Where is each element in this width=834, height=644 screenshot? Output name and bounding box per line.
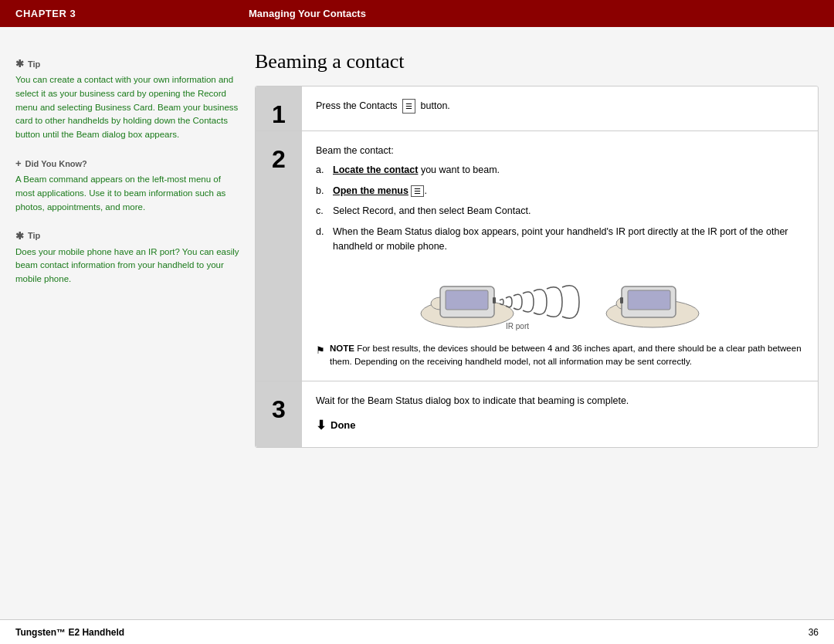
item-d-text: When the Beam Status dialog box appears,… xyxy=(333,225,804,254)
page-footer: Tungsten™ E2 Handheld 36 xyxy=(0,619,834,644)
item-d-label: d. xyxy=(316,225,327,254)
step-1-text: Press the Contacts ☰ button. xyxy=(316,99,804,114)
step-1-number: 1 xyxy=(256,86,302,130)
done-section: ⬇ Done xyxy=(316,416,804,435)
step-3-text: Wait for the Beam Status dialog box to i… xyxy=(316,394,804,408)
asterisk-icon-1: ✱ xyxy=(15,58,24,69)
chapter-label: CHAPTER 3 xyxy=(0,8,249,19)
tip-2-label: ✱ Tip xyxy=(15,230,239,242)
ir-label: IR port xyxy=(506,322,529,330)
svg-rect-7 xyxy=(493,297,496,303)
svg-rect-14 xyxy=(628,290,670,310)
ir-beam-svg: IR port xyxy=(398,263,722,333)
ir-illustration: IR port xyxy=(316,263,804,333)
step-3-number: 3 xyxy=(256,381,302,447)
chapter-title: Managing Your Contacts xyxy=(249,8,834,19)
did-you-know-text: A Beam command appears on the left-most … xyxy=(15,173,239,214)
asterisk-icon-2: ✱ xyxy=(15,230,24,242)
done-arrow-icon: ⬇ xyxy=(316,416,326,435)
footer-brand: Tungsten™ E2 Handheld xyxy=(15,627,124,638)
sidebar-tip-2: ✱ Tip Does your mobile phone have an IR … xyxy=(15,230,239,286)
svg-rect-6 xyxy=(446,290,488,310)
item-a-text: Locate the contact you want to beam. xyxy=(333,163,500,178)
done-label: Done xyxy=(331,418,356,433)
sidebar: ✱ Tip You can create a contact with your… xyxy=(15,42,239,604)
step-2-number: 2 xyxy=(256,131,302,381)
step-2-item-c: c. Select Record, and then select Beam C… xyxy=(316,204,804,219)
step-2-list: a. Locate the contact you want to beam. … xyxy=(316,163,804,254)
did-you-know-label: + Did You Know? xyxy=(15,158,239,169)
svg-rect-15 xyxy=(620,297,623,303)
step-2-intro: Beam the contact: xyxy=(316,144,804,158)
step-2-item-b: b. Open the menus ☰. xyxy=(316,184,804,198)
step-1-content: Press the Contacts ☰ button. xyxy=(302,86,818,130)
item-b-label: b. xyxy=(316,184,327,198)
contacts-icon: ☰ xyxy=(402,99,415,114)
tip-2-text: Does your mobile phone have an IR port? … xyxy=(15,246,239,286)
right-device-group xyxy=(606,286,699,327)
item-c-text: Select Record, and then select Beam Cont… xyxy=(333,204,531,219)
note-icon: ⚑ xyxy=(316,343,325,369)
sidebar-tip-1: ✱ Tip You can create a contact with your… xyxy=(15,58,239,142)
page-header: CHAPTER 3 Managing Your Contacts xyxy=(0,0,834,27)
footer-page: 36 xyxy=(809,627,819,638)
step-2-item-d: d. When the Beam Status dialog box appea… xyxy=(316,225,804,254)
note-box: ⚑ NOTE For best results, the devices sho… xyxy=(316,342,804,369)
step-1: 1 Press the Contacts ☰ button. xyxy=(256,86,818,131)
item-c-label: c. xyxy=(316,204,327,219)
tip-1-label: ✱ Tip xyxy=(15,58,239,69)
steps-container: 1 Press the Contacts ☰ button. 2 Beam th… xyxy=(255,86,819,448)
step-2-item-a: a. Locate the contact you want to beam. xyxy=(316,163,804,178)
page-title: Beaming a contact xyxy=(255,50,819,73)
main-layout: ✱ Tip You can create a contact with your… xyxy=(0,27,834,619)
left-device-group xyxy=(421,286,514,327)
step-3-content: Wait for the Beam Status dialog box to i… xyxy=(302,381,818,447)
item-b-text: Open the menus ☰. xyxy=(333,184,427,198)
tip-1-text: You can create a contact with your own i… xyxy=(15,73,239,142)
step-2: 2 Beam the contact: a. Locate the contac… xyxy=(256,131,818,381)
step-3: 3 Wait for the Beam Status dialog box to… xyxy=(256,381,818,447)
content-area: Beaming a contact 1 Press the Contacts ☰… xyxy=(255,42,819,604)
plus-icon: + xyxy=(15,158,22,169)
item-a-label: a. xyxy=(316,163,327,178)
step-2-content: Beam the contact: a. Locate the contact … xyxy=(302,131,818,381)
note-text: NOTE For best results, the devices shoul… xyxy=(330,342,804,369)
sidebar-did-you-know: + Did You Know? A Beam command appears o… xyxy=(15,158,239,214)
